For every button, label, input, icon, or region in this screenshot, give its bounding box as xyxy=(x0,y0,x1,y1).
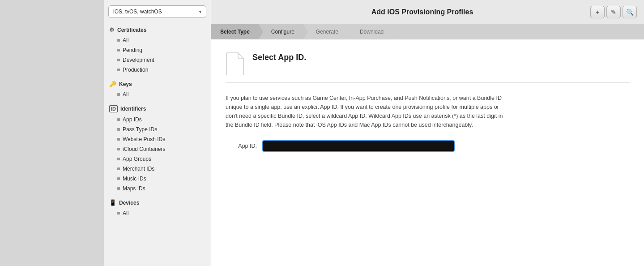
devices-label: Devices xyxy=(119,200,139,206)
sidebar-item-pending[interactable]: Pending xyxy=(104,45,211,55)
file-icon xyxy=(226,52,245,75)
add-button[interactable]: + xyxy=(590,6,605,18)
bullet-icon xyxy=(117,93,120,96)
bullet-icon xyxy=(117,59,120,61)
sidebar-item-production[interactable]: Production xyxy=(104,65,211,75)
steps-bar: Select Type Configure Generate Download xyxy=(211,24,644,39)
identifiers-header[interactable]: ID Identifiers xyxy=(104,103,211,115)
sidebar-item-all-keys[interactable]: All xyxy=(104,90,211,99)
platform-dropdown-label: iOS, tvOS, watchOS xyxy=(113,9,162,15)
sidebar-item-pending-label: Pending xyxy=(123,47,142,53)
key-icon: 🔑 xyxy=(109,81,116,87)
section-header: Select App ID. xyxy=(226,50,630,83)
devices-header[interactable]: 📱 Devices xyxy=(104,197,211,208)
content-area: Select App ID. If you plan to use servic… xyxy=(211,39,644,266)
bullet-icon xyxy=(117,39,120,42)
sidebar-item-app-groups[interactable]: App Groups xyxy=(104,154,211,164)
bullet-icon xyxy=(117,148,120,150)
sidebar-item-all-certs[interactable]: All xyxy=(104,35,211,45)
sidebar-item-music-ids[interactable]: Music IDs xyxy=(104,174,211,184)
certificates-header[interactable]: ⚙ Certificates xyxy=(104,24,211,35)
left-background xyxy=(0,0,104,266)
chevron-down-icon: ▾ xyxy=(199,9,201,14)
app-id-label: App ID: xyxy=(226,143,257,149)
sidebar-item-app-ids[interactable]: App IDs xyxy=(104,115,211,124)
step-generate[interactable]: Generate xyxy=(303,24,347,39)
sidebar-item-merchant-ids[interactable]: Merchant IDs xyxy=(104,164,211,174)
step-select-type-label: Select Type xyxy=(220,29,250,35)
header-actions: + ✎ 🔍 xyxy=(590,6,637,18)
step-configure-label: Configure xyxy=(271,29,294,35)
step-select-type[interactable]: Select Type xyxy=(211,24,259,39)
plus-icon: + xyxy=(596,9,599,16)
sidebar-item-pass-type-ids-label: Pass Type IDs xyxy=(123,126,157,133)
main-content: Add iOS Provisioning Profiles + ✎ 🔍 Sele… xyxy=(211,0,644,266)
bullet-icon xyxy=(117,212,120,215)
sidebar-item-music-ids-label: Music IDs xyxy=(123,176,146,182)
sidebar: iOS, tvOS, watchOS ▾ ⚙ Certificates All … xyxy=(104,0,211,266)
bullet-icon xyxy=(117,167,120,170)
page-title: Add iOS Provisioning Profiles xyxy=(254,8,590,16)
sidebar-item-website-push-ids-label: Website Push IDs xyxy=(123,136,165,142)
bullet-icon xyxy=(117,49,120,51)
gear-icon: ⚙ xyxy=(109,26,115,33)
sidebar-item-merchant-ids-label: Merchant IDs xyxy=(123,166,154,172)
sidebar-item-maps-ids-label: Maps IDs xyxy=(123,185,145,192)
sidebar-item-app-groups-label: App Groups xyxy=(123,156,151,162)
bullet-icon xyxy=(117,177,120,180)
edit-button[interactable]: ✎ xyxy=(606,6,621,18)
certificates-section: ⚙ Certificates All Pending Development P… xyxy=(104,22,211,77)
certificates-label: Certificates xyxy=(117,27,146,33)
sidebar-item-all-certs-label: All xyxy=(123,37,128,43)
sidebar-item-website-push-ids[interactable]: Website Push IDs xyxy=(104,134,211,144)
keys-section: 🔑 Keys All xyxy=(104,77,211,101)
section-title-block: Select App ID. xyxy=(252,50,306,62)
bullet-icon xyxy=(117,69,120,71)
sidebar-item-all-devices[interactable]: All xyxy=(104,208,211,218)
bullet-icon xyxy=(117,138,120,141)
step-generate-label: Generate xyxy=(316,29,338,35)
keys-label: Keys xyxy=(119,81,132,87)
devices-section: 📱 Devices All xyxy=(104,195,211,220)
app-id-form-row: App ID: xyxy=(226,140,630,152)
header: Add iOS Provisioning Profiles + ✎ 🔍 xyxy=(211,0,644,24)
sidebar-item-development-label: Development xyxy=(123,57,154,63)
section-title: Select App ID. xyxy=(252,53,306,62)
sidebar-item-pass-type-ids[interactable]: Pass Type IDs xyxy=(104,124,211,134)
bullet-icon xyxy=(117,187,120,190)
step-configure[interactable]: Configure xyxy=(259,24,303,39)
bullet-icon xyxy=(117,128,120,131)
sidebar-item-app-ids-label: App IDs xyxy=(123,116,142,123)
search-button[interactable]: 🔍 xyxy=(623,6,637,18)
sidebar-item-production-label: Production xyxy=(123,67,148,73)
keys-header[interactable]: 🔑 Keys xyxy=(104,78,211,90)
identifiers-section: ID Identifiers App IDs Pass Type IDs Web… xyxy=(104,101,211,195)
sidebar-item-development[interactable]: Development xyxy=(104,55,211,65)
step-download[interactable]: Download xyxy=(347,24,392,39)
description-text: If you plan to use services such as Game… xyxy=(226,94,503,129)
bullet-icon xyxy=(117,118,120,121)
sidebar-item-all-keys-label: All xyxy=(123,91,128,98)
app-id-input[interactable] xyxy=(262,140,455,152)
pencil-icon: ✎ xyxy=(611,9,616,16)
sidebar-item-icloud-containers[interactable]: iCloud Containers xyxy=(104,144,211,154)
step-download-label: Download xyxy=(360,29,384,35)
device-icon: 📱 xyxy=(109,199,116,206)
platform-dropdown[interactable]: iOS, tvOS, watchOS ▾ xyxy=(108,5,206,18)
sidebar-item-all-devices-label: All xyxy=(123,210,128,216)
id-icon: ID xyxy=(109,105,118,112)
bullet-icon xyxy=(117,158,120,160)
sidebar-item-icloud-containers-label: iCloud Containers xyxy=(123,146,165,152)
sidebar-item-maps-ids[interactable]: Maps IDs xyxy=(104,184,211,193)
search-icon: 🔍 xyxy=(626,9,634,16)
identifiers-label: Identifiers xyxy=(120,106,146,112)
